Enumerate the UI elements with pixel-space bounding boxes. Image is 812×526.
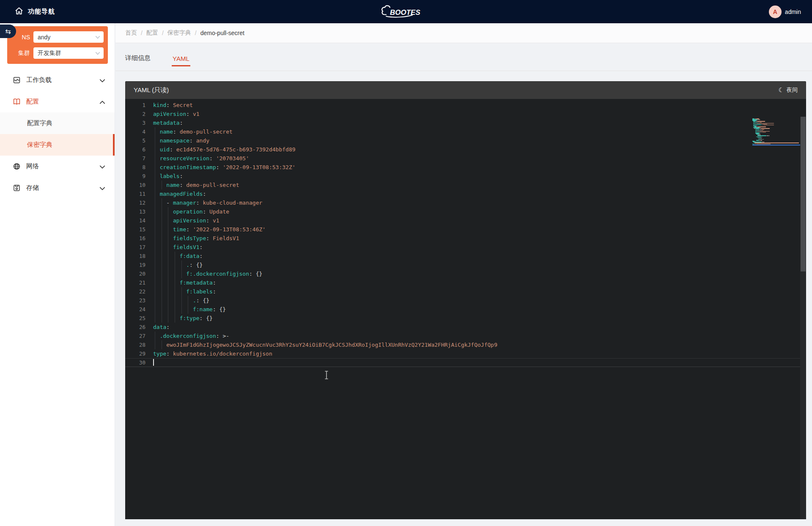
minimap[interactable] xyxy=(752,118,800,148)
code-line[interactable]: 29type: kubernetes.io/dockerconfigjson xyxy=(125,349,806,358)
night-mode-toggle[interactable]: ☾ 夜间 xyxy=(779,86,798,94)
cluster-select[interactable]: 开发集群 xyxy=(33,47,104,59)
function-nav-button[interactable]: 功能导航 xyxy=(0,6,178,17)
code-token: apiVersion xyxy=(153,111,186,117)
chevron-down-icon xyxy=(95,51,100,56)
text-caret xyxy=(153,359,154,366)
tabbar: 详细信息 YAML xyxy=(115,43,812,71)
code-line[interactable]: 9 labels: xyxy=(125,172,806,181)
code-token: resourceVersion xyxy=(160,155,209,162)
code-line[interactable]: 22 f:labels: xyxy=(125,287,806,296)
tab-details[interactable]: 详细信息 xyxy=(125,54,151,71)
code-token: kube-cloud-manager xyxy=(203,200,262,206)
code-line[interactable]: 30 xyxy=(125,358,806,367)
user-menu[interactable]: A admin xyxy=(769,0,801,23)
chevron-down-icon xyxy=(95,35,100,40)
code-text: f:type: {} xyxy=(145,314,747,323)
code-token: '2022-09-13T08:53:46Z' xyxy=(193,226,266,233)
code-line[interactable]: 27 .dockerconfigjson: >- xyxy=(125,331,806,340)
line-number: 25 xyxy=(125,314,145,323)
namespace-select[interactable]: andy xyxy=(33,31,104,43)
line-number: 23 xyxy=(125,296,145,305)
code-line[interactable]: 20 f:.dockerconfigjson: {} xyxy=(125,269,806,278)
code-text: .: {} xyxy=(145,260,747,269)
breadcrumb-config[interactable]: 配置 xyxy=(146,29,158,37)
code-line[interactable]: 1kind: Secret xyxy=(125,101,806,110)
code-token: '20703405' xyxy=(216,155,249,162)
code-line[interactable]: 7 resourceVersion: '20703405' xyxy=(125,154,806,163)
cluster-label: 集群 xyxy=(7,49,33,57)
sidebar-item-config[interactable]: 配置 xyxy=(0,91,115,112)
code-token: v1 xyxy=(213,217,219,224)
sidebar-item-network[interactable]: 网络 xyxy=(0,156,115,177)
line-number: 26 xyxy=(125,323,145,331)
code-text: namespace: andy xyxy=(145,136,747,145)
code-line[interactable]: 12 - manager: kube-cloud-manager xyxy=(125,198,806,207)
code-token: andy xyxy=(196,137,209,144)
code-line[interactable]: 23 .: {} xyxy=(125,296,806,305)
code-token: f:type xyxy=(180,315,200,321)
code-token: {} xyxy=(196,262,203,268)
line-number: 1 xyxy=(125,101,145,110)
breadcrumb-secret-dict[interactable]: 保密字典 xyxy=(167,29,191,37)
code-token: : xyxy=(189,262,196,268)
night-mode-label: 夜间 xyxy=(787,86,798,94)
code-token: kind xyxy=(153,102,166,108)
code-line[interactable]: 6 uid: ec1d457e-5d76-475c-b693-7392d4bbf… xyxy=(125,145,806,154)
sidebar-item-configmap[interactable]: 配置字典 xyxy=(0,112,115,134)
code-line[interactable]: 2apiVersion: v1 xyxy=(125,110,806,118)
code-line[interactable]: 8 creationTimestamp: '2022-09-13T08:53:3… xyxy=(125,163,806,172)
code-line[interactable]: 18 f:data: xyxy=(125,252,806,260)
code-line[interactable]: 21 f:metadata: xyxy=(125,278,806,287)
yaml-editor: YAML (只读) ☾ 夜间 1kind: Secret2apiVersion:… xyxy=(125,81,806,519)
code-text: operation: Update xyxy=(145,207,747,216)
code-line[interactable]: 14 apiVersion: v1 xyxy=(125,216,806,225)
topbar: 功能导航 BOOTES A admin xyxy=(0,0,812,23)
code-line[interactable]: 4 name: demo-pull-secret xyxy=(125,127,806,136)
code-token: metadata xyxy=(153,120,180,126)
code-line[interactable]: 25 f:type: {} xyxy=(125,314,806,323)
editor-body[interactable]: 1kind: Secret2apiVersion: v13metadata:4 … xyxy=(125,99,806,519)
tab-yaml[interactable]: YAML xyxy=(173,55,189,71)
breadcrumb-home[interactable]: 首页 xyxy=(125,29,137,37)
code-line[interactable]: 28 ewoJImF1dGhzIjogewoJCSJyZWcucnVuc3RhY… xyxy=(125,340,806,349)
code-line[interactable]: 3metadata: xyxy=(125,118,806,127)
code-line[interactable]: 17 fieldsV1: xyxy=(125,243,806,252)
code-token: : xyxy=(180,182,187,188)
scrollbar-thumb[interactable] xyxy=(801,117,806,271)
sidebar-item-label: 工作负载 xyxy=(26,76,52,84)
code-token: demo-pull-secret xyxy=(186,182,239,188)
sidebar-item-workloads[interactable]: 工作负载 xyxy=(0,69,115,91)
code-token: ewoJImF1dGhzIjogewoJCSJyZWcucnVuc3RhY2su… xyxy=(166,342,497,348)
code-line[interactable]: 13 operation: Update xyxy=(125,207,806,216)
code-token: Secret xyxy=(173,102,193,108)
line-number: 22 xyxy=(125,287,145,296)
sidebar-item-secret[interactable]: 保密字典 xyxy=(0,134,115,156)
code-token: apiVersion xyxy=(173,217,206,224)
code-line[interactable]: 11 managedFields: xyxy=(125,189,806,198)
minimap-viewport-line xyxy=(752,145,800,145)
code-text: data: xyxy=(145,323,747,331)
code-text: .dockerconfigjson: >- xyxy=(145,331,747,340)
line-number: 7 xyxy=(125,154,145,163)
code-token: : xyxy=(213,288,216,295)
breadcrumb-separator: / xyxy=(162,30,164,36)
code-line[interactable]: 19 .: {} xyxy=(125,260,806,269)
code-line[interactable]: 26data: xyxy=(125,323,806,331)
code-line[interactable]: 5 namespace: andy xyxy=(125,136,806,145)
sidebar-item-storage[interactable]: 存储 xyxy=(0,177,115,199)
code-token: : xyxy=(186,111,193,117)
code-token: labels xyxy=(160,173,180,179)
code-line[interactable]: 24 f:name: {} xyxy=(125,305,806,314)
code-line[interactable]: 15 time: '2022-09-13T08:53:46Z' xyxy=(125,225,806,234)
code-token: .dockerconfigjson xyxy=(160,333,216,339)
chevron-down-icon xyxy=(99,77,105,85)
code-line[interactable]: 16 fieldsType: FieldsV1 xyxy=(125,234,806,243)
code-token: data xyxy=(153,324,166,330)
code-line[interactable]: 10 name: demo-pull-secret xyxy=(125,181,806,189)
code-token: : xyxy=(203,208,209,215)
code-text: uid: ec1d457e-5d76-475c-b693-7392d4bbfd8… xyxy=(145,145,747,154)
code-token: : xyxy=(170,146,176,153)
line-number: 2 xyxy=(125,110,145,118)
sidebar-collapse-button[interactable]: ⇆ xyxy=(0,25,16,38)
